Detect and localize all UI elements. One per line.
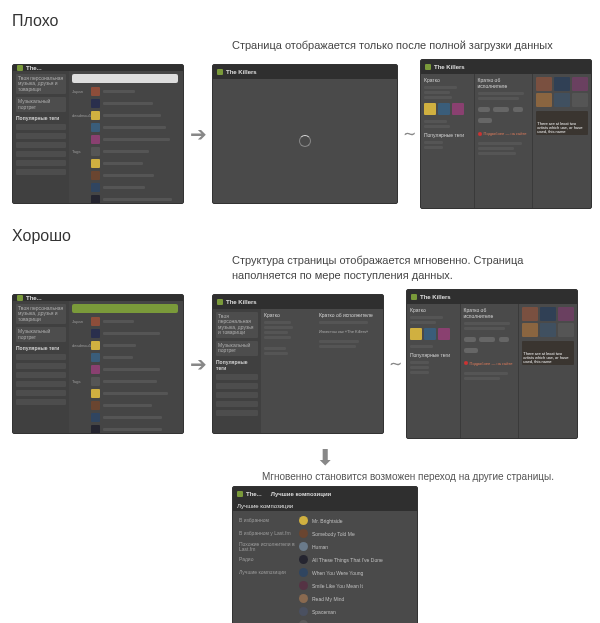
tag-chip[interactable]	[478, 107, 490, 112]
photo-thumb[interactable]	[540, 323, 556, 337]
album-thumb[interactable]	[424, 103, 436, 115]
sidebar-tag[interactable]	[16, 363, 66, 369]
sidebar-tags-header: Популярные теги	[16, 115, 66, 121]
sidebar-tag[interactable]	[16, 133, 66, 139]
track-row[interactable]: В избранном у Last.fmSomebody Told Me	[239, 528, 411, 540]
list-item[interactable]	[72, 353, 180, 363]
list-item[interactable]	[72, 135, 180, 145]
sidebar-tag[interactable]	[16, 151, 66, 157]
track-row[interactable]: Похожие исполнители в Last.fmHuman	[239, 541, 411, 553]
track-title	[103, 138, 170, 141]
line	[264, 336, 291, 339]
list-item[interactable]	[72, 365, 180, 375]
tags-area	[478, 104, 530, 126]
photo-thumb[interactable]	[554, 93, 570, 107]
track-thumb	[91, 111, 100, 120]
track-title	[103, 428, 162, 431]
sidebar-tag[interactable]	[216, 410, 258, 416]
list-item[interactable]	[72, 425, 180, 434]
list-item[interactable]	[72, 123, 180, 133]
album-thumb[interactable]	[410, 328, 422, 340]
photo-thumb[interactable]	[536, 93, 552, 107]
track-title	[103, 126, 166, 129]
sidebar-tag[interactable]	[16, 354, 66, 360]
list-item[interactable]: Tags	[72, 377, 180, 387]
sidebar-tag[interactable]	[216, 392, 258, 398]
sidebar-tag[interactable]	[216, 374, 258, 380]
photo-thumb[interactable]	[536, 77, 552, 91]
list-item[interactable]	[72, 401, 180, 411]
sidebar: Твоя персональная музыка, друзья и товар…	[13, 71, 69, 204]
photo-thumb[interactable]	[558, 323, 574, 337]
photo-thumb[interactable]	[572, 93, 588, 107]
album-thumb[interactable]	[424, 328, 436, 340]
sidebar-tag[interactable]	[216, 401, 258, 407]
photo-thumb[interactable]	[554, 77, 570, 91]
list-item[interactable]: deadmau5	[72, 111, 180, 121]
track-title	[103, 404, 152, 407]
list-item[interactable]: deadmau5	[72, 341, 180, 351]
list-item[interactable]	[72, 183, 180, 193]
track-row[interactable]: Spaceman	[239, 606, 411, 618]
list-item[interactable]	[72, 413, 180, 423]
search-input[interactable]	[72, 304, 178, 313]
sidebar-tag[interactable]	[216, 383, 258, 389]
sidebar-tag[interactable]	[16, 390, 66, 396]
readmore-link[interactable]: Подробнее — на сайте	[464, 361, 516, 366]
album-thumb[interactable]	[438, 328, 450, 340]
good-source-mock: The... Твоя персональная музыка, друзья …	[12, 294, 184, 434]
tag-chip[interactable]	[513, 107, 523, 112]
sidebar-tag[interactable]	[16, 372, 66, 378]
photo-caption: There are at least two artists which use…	[523, 352, 573, 364]
sidebar-tag[interactable]	[16, 169, 66, 175]
bottom-tab[interactable]: Лучшие композиции	[233, 501, 417, 511]
side-label: В избранном	[239, 518, 295, 523]
track-row[interactable]: РадиоAll These Things That I've Done	[239, 554, 411, 566]
photo-thumb[interactable]	[522, 323, 538, 337]
track-title	[103, 114, 161, 117]
list-item[interactable]: Tags	[72, 147, 180, 157]
tag-chip[interactable]	[478, 118, 492, 123]
track-row[interactable]: Jenny Was a Friend of Mine	[239, 619, 411, 623]
sidebar-tag[interactable]	[16, 124, 66, 130]
good-caption: Структура страницы отображается мгновенн…	[232, 253, 588, 283]
list-item[interactable]: Japan	[72, 87, 180, 97]
photo-thumb[interactable]	[558, 307, 574, 321]
album-thumb[interactable]	[452, 103, 464, 115]
tag-chip[interactable]	[464, 337, 476, 342]
track-thumb	[91, 341, 100, 350]
sidebar-tag[interactable]	[16, 160, 66, 166]
big-photo[interactable]: There are at least two artists which use…	[522, 341, 574, 365]
sidebar-tag[interactable]	[16, 142, 66, 148]
track-row[interactable]: Лучшие композицииWhen You Were Young	[239, 567, 411, 579]
track-row[interactable]: Read My Mind	[239, 593, 411, 605]
list-item[interactable]	[72, 329, 180, 339]
tilde-icon: ∼	[388, 354, 402, 373]
list-item[interactable]: Japan	[72, 317, 180, 327]
readmore-link[interactable]: Подробнее — на сайте	[478, 131, 530, 136]
photo-thumb[interactable]	[522, 307, 538, 321]
list-item[interactable]	[72, 389, 180, 399]
track-row[interactable]: В избранномMr. Brightside	[239, 515, 411, 527]
tag-chip[interactable]	[479, 337, 495, 342]
sidebar-tag[interactable]	[16, 399, 66, 405]
album-thumb[interactable]	[438, 103, 450, 115]
track-thumb	[91, 87, 100, 96]
bad-row: The... Твоя персональная музыка, друзья …	[12, 59, 588, 209]
list-item[interactable]	[72, 171, 180, 181]
tag-chip[interactable]	[499, 337, 509, 342]
list-item[interactable]	[72, 159, 180, 169]
track-title	[103, 186, 145, 189]
list-item[interactable]	[72, 195, 180, 204]
sidebar-tag[interactable]	[16, 381, 66, 387]
track-row[interactable]: Smile Like You Mean It	[239, 580, 411, 592]
big-photo[interactable]: There are at least two artists which use…	[536, 111, 588, 135]
list-item[interactable]	[72, 99, 180, 109]
photo-thumb[interactable]	[540, 307, 556, 321]
search-input[interactable]	[72, 74, 178, 83]
line	[424, 86, 457, 89]
photo-thumb[interactable]	[572, 77, 588, 91]
track-name: Smile Like You Mean It	[312, 583, 363, 589]
tag-chip[interactable]	[464, 348, 478, 353]
tag-chip[interactable]	[493, 107, 509, 112]
